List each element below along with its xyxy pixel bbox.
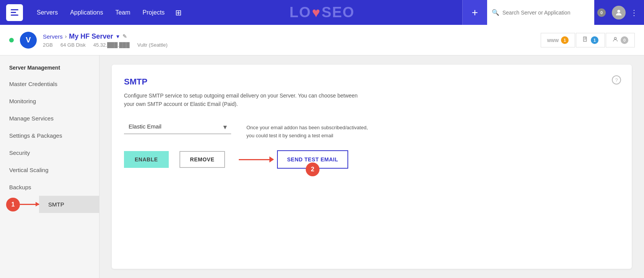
form-row: Elastic Email Custom SMTP ▼ Once your em… xyxy=(124,119,620,140)
add-button[interactable]: + xyxy=(462,0,487,25)
svg-point-0 xyxy=(617,10,620,12)
annotation-arrow-line xyxy=(20,204,39,205)
breadcrumb: Servers › My HF Server ▼ ✎ xyxy=(43,33,168,41)
nav-team[interactable]: Team xyxy=(111,6,135,19)
server-bar-left: V Servers › My HF Server ▼ ✎ 2GB 64 GB D… xyxy=(9,32,168,49)
top-navigation: Servers Applications Team Projects ⊞ LO♥… xyxy=(0,0,644,25)
send-test-wrapper: SEND TEST EMAIL 2 xyxy=(277,150,348,169)
stat-users[interactable]: 0 xyxy=(606,33,635,47)
enable-button[interactable]: ENABLE xyxy=(124,151,169,168)
send-test-annotation: SEND TEST EMAIL 2 xyxy=(239,150,348,169)
svg-rect-1 xyxy=(584,37,587,41)
server-name: My HF Server ▼ ✎ xyxy=(69,33,127,41)
sidebar-item-settings-packages[interactable]: Settings & Packages xyxy=(0,127,99,144)
users-badge: 0 xyxy=(621,36,628,44)
sidebar-item-vertical-scaling[interactable]: Vertical Scaling xyxy=(0,161,99,179)
sidebar-item-backups[interactable]: Backups xyxy=(0,179,99,196)
smtp-annotation-row: 1 SMTP xyxy=(0,196,99,213)
svg-point-2 xyxy=(614,37,616,39)
more-menu-icon[interactable]: ⋮ xyxy=(630,8,638,17)
sidebar-item-security[interactable]: Security xyxy=(0,144,99,161)
annotation-badge-1: 1 xyxy=(6,198,20,211)
sidebar-item-smtp[interactable]: SMTP xyxy=(39,196,99,213)
server-bar: V Servers › My HF Server ▼ ✎ 2GB 64 GB D… xyxy=(0,25,644,55)
stat-www[interactable]: www 1 xyxy=(541,33,575,47)
server-bar-stats: www 1 1 0 xyxy=(541,33,635,47)
main-content: ? SMTP Configure SMTP service to setup o… xyxy=(99,55,644,278)
help-icon[interactable]: ? xyxy=(612,75,621,85)
card-title: SMTP xyxy=(124,77,620,87)
annotation-arrow xyxy=(239,156,274,163)
sidebar: Server Management Master Credentials Mon… xyxy=(0,55,99,278)
avatar[interactable] xyxy=(612,6,626,20)
action-row: ENABLE REMOVE SEND TEST EMAIL 2 xyxy=(124,150,620,169)
www-icon: www xyxy=(547,37,559,43)
server-status-indicator xyxy=(9,38,14,42)
topnav-right: + 🔍 0 ⋮ xyxy=(462,0,638,25)
breadcrumb-servers[interactable]: Servers xyxy=(43,33,63,40)
logo[interactable] xyxy=(6,4,23,21)
users-icon xyxy=(612,36,618,44)
server-disk: 64 GB Disk xyxy=(60,42,86,48)
nav-links: Servers Applications Team Projects ⊞ xyxy=(32,6,182,19)
notification-badge[interactable]: 0 xyxy=(597,8,606,17)
server-details: 2GB 64 GB Disk 45.32.███.███ Vultr (Seat… xyxy=(43,42,168,48)
www-badge: 1 xyxy=(561,36,569,44)
server-ram: 2GB xyxy=(43,42,53,48)
server-name-caret-icon[interactable]: ▼ xyxy=(115,34,120,39)
smtp-card: ? SMTP Configure SMTP service to setup o… xyxy=(112,65,632,269)
server-edit-icon[interactable]: ✎ xyxy=(122,33,127,39)
grid-icon[interactable]: ⊞ xyxy=(175,8,182,17)
nav-applications[interactable]: Applications xyxy=(65,6,108,19)
logo-center: LO♥SEO xyxy=(182,4,462,21)
sidebar-item-manage-services[interactable]: Manage Services xyxy=(0,110,99,127)
sidebar-heading: Server Management xyxy=(0,65,99,75)
server-provider: Vultr (Seattle) xyxy=(137,42,168,48)
server-ip: 45.32.███.███ xyxy=(93,42,130,48)
smtp-provider-select[interactable]: Elastic Email Custom SMTP xyxy=(124,119,231,134)
search-area: 🔍 xyxy=(487,0,594,25)
right-note: Once your email addon has been subscribe… xyxy=(246,119,377,140)
annotation-badge-2: 2 xyxy=(306,163,320,176)
server-logo: V xyxy=(20,32,37,49)
sidebar-item-monitoring[interactable]: Monitoring xyxy=(0,93,99,110)
nav-projects[interactable]: Projects xyxy=(138,6,170,19)
files-icon xyxy=(582,36,589,44)
smtp-provider-select-wrapper: Elastic Email Custom SMTP ▼ xyxy=(124,119,231,134)
files-badge: 1 xyxy=(591,36,598,44)
server-info: Servers › My HF Server ▼ ✎ 2GB 64 GB Dis… xyxy=(43,33,168,48)
breadcrumb-separator: › xyxy=(65,33,67,39)
remove-button[interactable]: REMOVE xyxy=(179,151,225,168)
card-description: Configure SMTP service to setup outgoing… xyxy=(124,91,361,109)
search-icon: 🔍 xyxy=(492,9,499,16)
brand-logo: LO♥SEO xyxy=(289,4,354,21)
sidebar-item-master-credentials[interactable]: Master Credentials xyxy=(0,75,99,93)
nav-servers[interactable]: Servers xyxy=(32,6,62,19)
search-input[interactable] xyxy=(502,10,587,16)
stat-files[interactable]: 1 xyxy=(576,33,605,47)
annotation-arrow-head xyxy=(36,202,39,206)
main-layout: Server Management Master Credentials Mon… xyxy=(0,55,644,278)
